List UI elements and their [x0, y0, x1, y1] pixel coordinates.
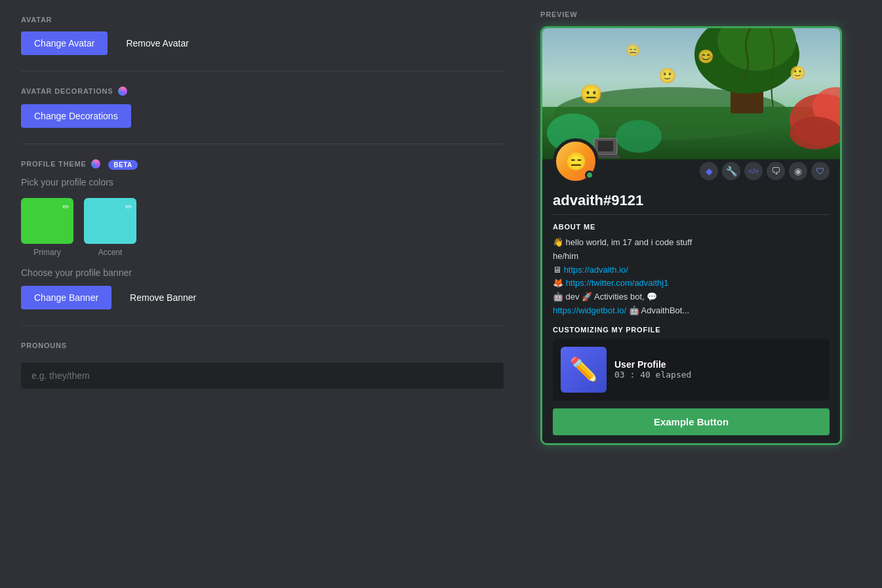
pronouns-label: PRONOUNS	[21, 342, 504, 349]
badge-shield: 🛡	[811, 162, 830, 180]
about-me-text: 👋 hello world, im 17 and i code stuff he…	[553, 236, 830, 318]
edit-accent-icon: ✏	[125, 202, 132, 212]
activity-title: User Profile	[614, 359, 822, 370]
about-emoji-1: 🖥	[553, 265, 561, 275]
remove-avatar-button[interactable]: Remove Avatar	[113, 31, 201, 55]
left-panel: AVATAR Change Avatar Remove Avatar AVATA…	[0, 0, 525, 588]
activity-icon: ✏️	[561, 347, 607, 393]
preview-label: PREVIEW	[540, 10, 850, 18]
about-emoji-2: 🦊	[553, 278, 563, 288]
about-line-2: he/him	[553, 251, 578, 261]
avatar-section-label: AVATAR	[21, 16, 504, 24]
badge-diamond: ◆	[700, 162, 718, 180]
primary-color-swatch[interactable]: ✏	[21, 198, 73, 244]
right-panel: PREVIEW	[525, 0, 866, 588]
profile-theme-sub: Pick your profile colors	[21, 177, 504, 187]
profile-icons-row: ◆ 🔧 </> 🗨 ◉ 🛡	[700, 162, 830, 184]
customizing-label: CUSTOMIZING MY PROFILE	[553, 326, 830, 334]
decorations-button-row: Change Decorations	[21, 104, 504, 128]
banner-sub: Choose your profile banner	[21, 267, 504, 278]
avatar-button-row: Change Avatar Remove Avatar	[21, 31, 504, 55]
change-decorations-button[interactable]: Change Decorations	[21, 104, 131, 128]
svg-text:😑: 😑	[626, 43, 641, 58]
avatar-decorations-label: AVATAR DECORATIONS	[21, 87, 504, 96]
accent-color-swatch[interactable]: ✏	[84, 198, 136, 244]
activity-card: ✏️ User Profile 03 : 40 elapsed	[553, 339, 830, 401]
profile-theme-label: PROFILE THEME BETA	[21, 160, 504, 169]
change-banner-button[interactable]: Change Banner	[21, 286, 111, 309]
pronouns-input[interactable]	[21, 363, 504, 389]
profile-divider	[553, 214, 830, 215]
svg-text:😐: 😐	[580, 83, 603, 105]
primary-color-wrapper: ✏ Primary	[21, 198, 73, 257]
svg-text:😊: 😊	[698, 49, 714, 64]
banner-button-row: Change Banner Remove Banner	[21, 286, 504, 309]
divider-3	[21, 325, 504, 326]
color-pickers: ✏ Primary ✏ Accent	[21, 198, 504, 257]
profile-username: advaith#9121	[553, 192, 830, 209]
edit-primary-icon: ✏	[62, 202, 70, 212]
about-line-4: 🤖 AdvaithBot...	[626, 305, 689, 315]
divider-2	[21, 144, 504, 144]
badge-circle: ◉	[789, 162, 807, 180]
activity-info: User Profile 03 : 40 elapsed	[614, 359, 822, 380]
profile-info: advaith#9121 ABOUT ME 👋 hello world, im …	[542, 184, 840, 443]
link-2[interactable]: https://twitter.com/advaithj1	[566, 278, 669, 288]
avatar-area: 😑 ◆ 🔧 </> 🗨 ◉ 🛡	[542, 138, 840, 184]
primary-label: Primary	[33, 248, 60, 257]
online-indicator	[585, 170, 594, 180]
nitro-icon-theme	[91, 159, 100, 168]
about-line-3: 🤖 dev 🚀 Activities bot, 💬	[553, 292, 657, 302]
svg-text:🙂: 🙂	[790, 65, 806, 81]
divider-1	[21, 71, 504, 71]
accent-color-wrapper: ✏ Accent	[84, 198, 136, 257]
beta-badge: BETA	[108, 160, 137, 170]
nitro-icon-decorations	[118, 87, 127, 96]
link-1[interactable]: https://advaith.io/	[564, 265, 628, 275]
accent-label: Accent	[98, 248, 123, 257]
badge-chat: 🗨	[767, 162, 785, 180]
change-avatar-button[interactable]: Change Avatar	[21, 31, 108, 55]
profile-card: 😐 🙂 😊 😑 🙂 😑 ◆ 🔧 </> 🗨 ◉	[540, 26, 842, 445]
remove-banner-button[interactable]: Remove Banner	[117, 286, 209, 309]
avatar-emoji: 😑	[565, 151, 588, 172]
activity-elapsed: 03 : 40 elapsed	[614, 370, 822, 380]
about-me-label: ABOUT ME	[553, 223, 830, 231]
badge-code: </>	[744, 162, 763, 180]
link-3[interactable]: https://widgetbot.io/	[553, 305, 626, 315]
about-line-1: 👋 hello world, im 17 and i code stuff	[553, 237, 692, 247]
example-button[interactable]: Example Button	[553, 408, 830, 435]
avatar: 😑	[553, 138, 599, 184]
svg-text:🙂: 🙂	[658, 67, 677, 85]
badge-wrench: 🔧	[722, 162, 740, 180]
